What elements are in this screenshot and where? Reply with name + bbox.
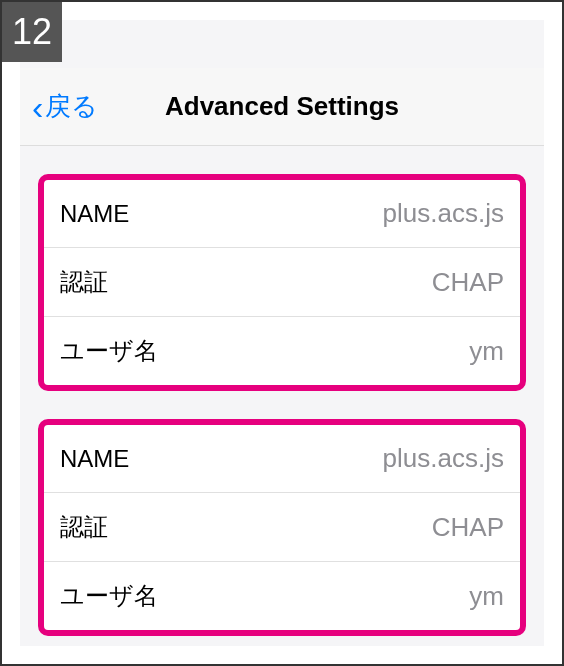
row-value: ym	[469, 336, 504, 367]
row-value: plus.acs.js	[383, 443, 504, 474]
row-value: ym	[469, 581, 504, 612]
table-row[interactable]: ユーザ名 ym	[44, 317, 520, 385]
row-label: ユーザ名	[60, 580, 158, 612]
row-value: plus.acs.js	[383, 198, 504, 229]
row-label: ユーザ名	[60, 335, 158, 367]
chevron-left-icon: ‹	[32, 90, 43, 124]
back-button-label: 戻る	[45, 89, 98, 124]
settings-section-2: NAME plus.acs.js 認証 CHAP ユーザ名 ym	[38, 419, 526, 636]
back-button[interactable]: ‹ 戻る	[32, 89, 98, 124]
row-label: NAME	[60, 445, 129, 473]
settings-section-1: NAME plus.acs.js 認証 CHAP ユーザ名 ym	[38, 174, 526, 391]
navigation-bar: ‹ 戻る Advanced Settings	[20, 68, 544, 146]
settings-screen: ‹ 戻る Advanced Settings NAME plus.acs.js …	[20, 20, 544, 646]
step-number-badge: 12	[2, 2, 62, 62]
table-row[interactable]: NAME plus.acs.js	[44, 180, 520, 248]
table-row[interactable]: ユーザ名 ym	[44, 562, 520, 630]
row-label: NAME	[60, 200, 129, 228]
step-number: 12	[12, 11, 52, 53]
table-row[interactable]: 認証 CHAP	[44, 493, 520, 562]
table-row[interactable]: 認証 CHAP	[44, 248, 520, 317]
row-label: 認証	[60, 511, 108, 543]
row-value: CHAP	[432, 267, 504, 298]
row-value: CHAP	[432, 512, 504, 543]
table-row[interactable]: NAME plus.acs.js	[44, 425, 520, 493]
row-label: 認証	[60, 266, 108, 298]
page-title: Advanced Settings	[165, 91, 399, 122]
